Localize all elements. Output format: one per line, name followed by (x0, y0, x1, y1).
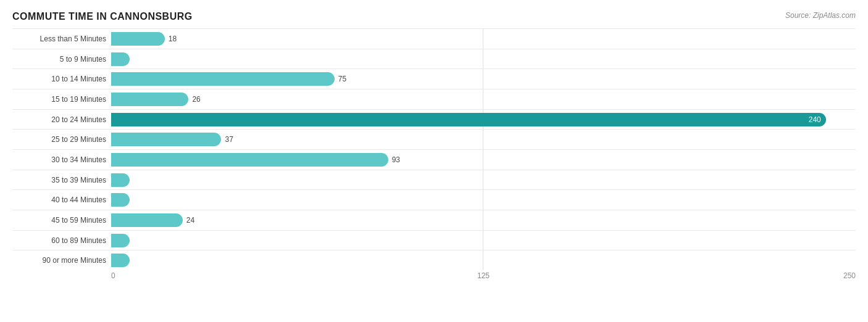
bar-row: 45 to 59 Minutes24 (12, 210, 856, 230)
bar-label: 35 to 39 Minutes (12, 176, 111, 184)
bar-row: 15 to 19 Minutes26 (12, 89, 856, 109)
bar-fill (111, 133, 221, 146)
bar-value: 93 (392, 155, 400, 164)
bar-label: 30 to 34 Minutes (12, 155, 111, 164)
bar-track (111, 254, 856, 267)
bar-row: 30 to 34 Minutes93 (12, 149, 856, 170)
bar-track: 24 (111, 213, 856, 227)
bar-row: 35 to 39 Minutes (12, 170, 856, 190)
x-axis: 0125250 (111, 271, 856, 284)
bar-area (111, 250, 856, 270)
bar-label: 10 to 14 Minutes (12, 75, 111, 83)
bar-row: 20 to 24 Minutes240 (12, 109, 856, 130)
bar-fill (111, 153, 388, 167)
chart-title: COMMUTE TIME IN CANNONSBURG (12, 11, 193, 22)
bar-track: 26 (111, 93, 856, 106)
bar-track: 18 (111, 32, 856, 46)
bar-fill (111, 234, 130, 247)
bar-value: 75 (338, 75, 346, 83)
bar-row: 25 to 29 Minutes37 (12, 129, 856, 149)
bar-value: 24 (186, 216, 194, 225)
bar-track: 37 (111, 133, 856, 146)
bar-track: 240 (111, 113, 856, 126)
bar-value: 240 (809, 115, 821, 124)
bar-row: 60 to 89 Minutes (12, 230, 856, 250)
bar-row: 5 to 9 Minutes (12, 49, 856, 69)
bar-fill (111, 93, 188, 106)
bar-fill (111, 52, 130, 66)
x-axis-tick: 125 (477, 271, 490, 280)
bar-area: 18 (111, 29, 856, 49)
bar-fill (111, 213, 183, 227)
bar-fill (111, 173, 130, 187)
bar-track: 75 (111, 72, 856, 86)
bar-fill (111, 72, 335, 86)
bar-area: 240 (111, 110, 856, 130)
chart-source: Source: ZipAtlas.com (785, 11, 856, 20)
bar-row: 90 or more Minutes (12, 250, 856, 270)
bar-value: 18 (169, 35, 177, 43)
bar-track (111, 173, 856, 187)
bar-label: 45 to 59 Minutes (12, 216, 111, 225)
bar-label: 25 to 29 Minutes (12, 135, 111, 144)
x-axis-tick: 0 (111, 271, 115, 280)
bar-area (111, 49, 856, 69)
bar-label: 15 to 19 Minutes (12, 95, 111, 104)
chart-header: COMMUTE TIME IN CANNONSBURG Source: ZipA… (12, 11, 856, 22)
bar-label: 20 to 24 Minutes (12, 115, 111, 124)
bar-label: Less than 5 Minutes (12, 35, 111, 43)
chart-container: COMMUTE TIME IN CANNONSBURG Source: ZipA… (0, 0, 868, 322)
bar-label: 5 to 9 Minutes (12, 55, 111, 64)
bar-row: Less than 5 Minutes18 (12, 28, 856, 49)
bar-value: 37 (225, 135, 233, 144)
bar-track (111, 234, 856, 247)
bar-area (111, 170, 856, 190)
bar-area (111, 190, 856, 210)
x-axis-tick: 250 (843, 271, 856, 280)
bar-track (111, 52, 856, 66)
bar-value: 26 (192, 95, 200, 104)
bar-row: 10 to 14 Minutes75 (12, 68, 856, 89)
bar-area: 75 (111, 69, 856, 89)
bar-track (111, 193, 856, 207)
bar-area: 93 (111, 150, 856, 170)
bar-label: 40 to 44 Minutes (12, 196, 111, 204)
bar-track: 93 (111, 153, 856, 167)
bar-area (111, 231, 856, 250)
bar-fill: 240 (111, 113, 826, 126)
bar-fill (111, 193, 130, 207)
bar-label: 60 to 89 Minutes (12, 236, 111, 245)
chart-body: Less than 5 Minutes185 to 9 Minutes10 to… (12, 28, 856, 284)
bar-area: 37 (111, 130, 856, 149)
bar-fill (111, 254, 130, 267)
bar-area: 24 (111, 210, 856, 230)
bar-area: 26 (111, 89, 856, 109)
bar-label: 90 or more Minutes (12, 256, 111, 265)
bar-row: 40 to 44 Minutes (12, 189, 856, 210)
bar-fill (111, 32, 165, 46)
